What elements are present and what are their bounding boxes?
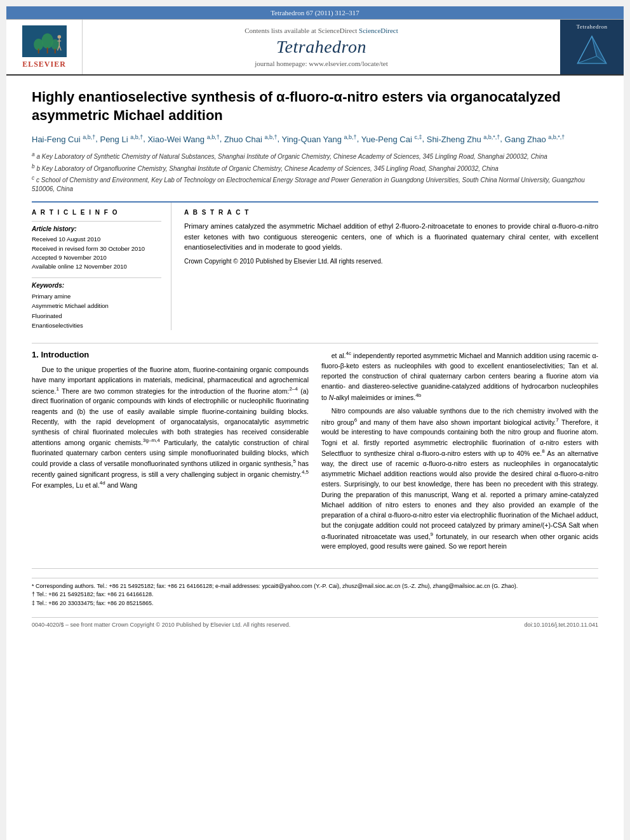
abstract-heading: A B S T R A C T — [184, 209, 598, 216]
info-abstract-section: A R T I C L E I N F O Article history: R… — [32, 201, 598, 330]
intro-body-right: et al.4c independently reported asymmetr… — [321, 350, 598, 552]
footnotes-section: * Corresponding authors. Tel.: +86 21 54… — [32, 568, 598, 608]
elsevier-logo: ELSEVIER — [6, 20, 83, 74]
author-li: Peng Li a,b,† — [100, 135, 143, 144]
footnote-divider — [32, 578, 598, 578]
journal-title: Tetrahedron — [276, 37, 366, 57]
keyword-1: Primary amine — [32, 291, 161, 301]
received-date: Received 10 August 2010 — [32, 235, 161, 244]
affiliation-c: c c School of Chemistry and Environment,… — [32, 175, 598, 194]
affiliation-b: b b Key Laboratory of Organofluorine Che… — [32, 163, 598, 173]
author-chai: Zhuo Chai a,b,† — [224, 135, 278, 144]
abstract-paragraph: Primary amines catalyzed the asymmetric … — [184, 221, 598, 253]
journal-issue-bar: Tetrahedron 67 (2011) 312–317 — [6, 6, 624, 19]
accepted-date: Accepted 9 November 2010 — [32, 253, 161, 262]
sciencedirect-line: Contents lists available at ScienceDirec… — [245, 27, 398, 34]
article-info-column: A R T I C L E I N F O Article history: R… — [32, 203, 171, 330]
footnote-3: ‡ Tel.: +86 20 33033475; fax: +86 20 852… — [32, 599, 598, 608]
page: Tetrahedron 67 (2011) 312–317 — [6, 6, 624, 840]
footnote-2: † Tel.: +86 21 54925182; fax: +86 21 641… — [32, 590, 598, 599]
tetrahedron-logo-block: Tetrahedron — [560, 20, 624, 74]
keywords-label: Keywords: — [32, 282, 161, 289]
article-history: Article history: Received 10 August 2010… — [32, 221, 161, 271]
sciencedirect-link[interactable]: ScienceDirect — [359, 27, 398, 34]
article-info-heading: A R T I C L E I N F O — [32, 209, 161, 216]
page-footer: 0040-4020/$ – see front matter Crown Cop… — [32, 617, 598, 628]
intro-heading: 1. Introduction — [32, 350, 309, 359]
author-wang: Xiao-Wei Wang a,b,† — [147, 135, 219, 144]
keyword-4: Enantioselectivities — [32, 321, 161, 330]
keyword-3: Fluorinated — [32, 311, 161, 321]
abstract-column: A B S T R A C T Primary amines catalyzed… — [184, 203, 598, 330]
intro-body-left: Due to the unique properties of the fluo… — [32, 364, 309, 490]
svg-rect-12 — [573, 32, 611, 70]
affiliation-a: a a Key Laboratory of Synthetic Chemistr… — [32, 151, 598, 161]
svg-rect-4 — [37, 48, 39, 53]
intro-paragraph-1: Due to the unique properties of the fluo… — [32, 364, 309, 490]
abstract-body: Primary amines catalyzed the asymmetric … — [184, 221, 598, 266]
footer-doi: doi:10.1016/j.tet.2010.11.041 — [524, 622, 598, 628]
body-content: 1. Introduction Due to the unique proper… — [32, 343, 598, 556]
article-title: Highly enantioselective synthesis of α-f… — [32, 88, 598, 124]
intro-paragraph-2: et al.4c independently reported asymmetr… — [321, 350, 598, 402]
body-right-column: et al.4c independently reported asymmetr… — [321, 350, 598, 556]
affiliations: a a Key Laboratory of Synthetic Chemistr… — [32, 151, 598, 194]
abstract-copyright: Crown Copyright © 2010 Published by Else… — [184, 257, 598, 266]
svg-rect-6 — [54, 48, 55, 53]
keywords-section: Keywords: Primary amine Asymmetric Micha… — [32, 277, 161, 330]
author-yang: Ying-Quan Yang a,b,† — [282, 135, 357, 144]
elsevier-tree-icon — [22, 25, 67, 57]
author-zhu: Shi-Zheng Zhu a,b,*,† — [427, 135, 500, 144]
tetrahedron-logo-label: Tetrahedron — [577, 23, 608, 30]
elsevier-brand-text: ELSEVIER — [22, 60, 66, 69]
footer-copyright: 0040-4020/$ – see front matter Crown Cop… — [32, 622, 290, 628]
journal-header: ELSEVIER Contents lists available at Sci… — [6, 19, 624, 76]
body-left-column: 1. Introduction Due to the unique proper… — [32, 350, 309, 556]
authors-line: Hai-Feng Cui a,b,†, Peng Li a,b,†, Xiao-… — [32, 132, 598, 146]
svg-point-7 — [57, 35, 61, 39]
journal-center: Contents lists available at ScienceDirec… — [83, 20, 560, 74]
available-online-date: Available online 12 November 2010 — [32, 262, 161, 271]
journal-homepage-url: journal homepage: www.elsevier.com/locat… — [255, 60, 387, 67]
tetrahedron-shape-icon — [573, 32, 611, 70]
received-revised-date: Received in revised form 30 October 2010 — [32, 244, 161, 253]
intro-paragraph-3: Nitro compounds are also valuable syntho… — [321, 406, 598, 551]
author-cai: Yue-Peng Cai c,‡ — [361, 135, 422, 144]
footnote-1: * Corresponding authors. Tel.: +86 21 54… — [32, 582, 598, 591]
main-content: Highly enantioselective synthesis of α-f… — [6, 76, 624, 641]
author-zhao: Gang Zhao a,b,*,† — [505, 135, 565, 144]
journal-issue-text: Tetrahedron 67 (2011) 312–317 — [271, 9, 359, 17]
keyword-2: Asymmetric Michael addition — [32, 301, 161, 310]
svg-rect-5 — [46, 47, 48, 53]
author-cui: Hai-Feng Cui a,b,† — [32, 135, 95, 144]
history-label: Article history: — [32, 225, 161, 232]
